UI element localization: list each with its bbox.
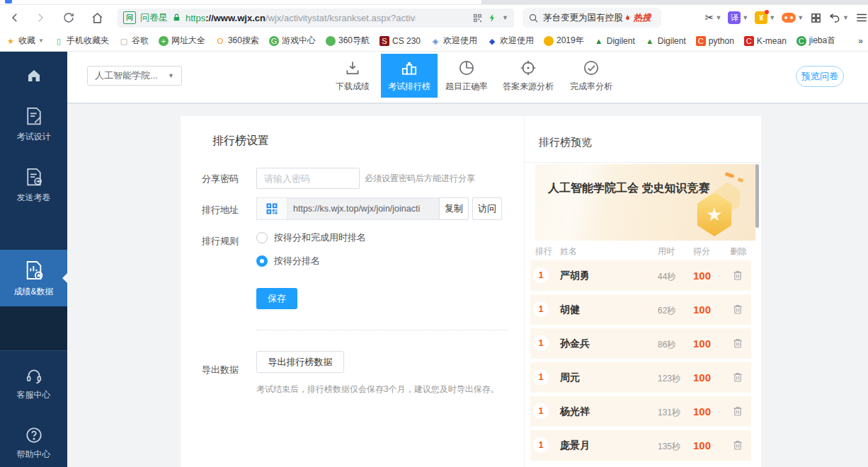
bookmark-item[interactable]: 2019年 ▼	[544, 35, 584, 47]
star-icon: ★	[706, 205, 722, 224]
translate-tool-button[interactable]: 译▼	[728, 11, 748, 24]
bookmark-item[interactable]: S CS 230 ▼	[379, 36, 421, 46]
preview-survey-button[interactable]: 预览问卷	[796, 66, 844, 87]
bookmark-item[interactable]: + 网址大全 ▼	[159, 35, 205, 47]
password-input[interactable]	[256, 168, 360, 189]
panel-scrollbar-thumb[interactable]	[755, 164, 759, 228]
browser-window: 问 问卷星 https ://www.wjx.cn /wjx/activitys…	[0, 0, 868, 467]
confetti-decoration	[737, 178, 743, 183]
delete-row-button[interactable]	[731, 269, 746, 283]
survey-select-dropdown[interactable]: 人工智能学院... ▼	[87, 66, 182, 86]
sidebar-item-home[interactable]	[0, 57, 67, 94]
tab-exam-ranking[interactable]: 考试排行榜	[381, 54, 438, 98]
delete-row-button[interactable]	[731, 337, 746, 351]
games-tool-button[interactable]: ▼	[782, 13, 804, 23]
bookmark-item[interactable]: ▢ 谷歌 ▼	[119, 35, 149, 47]
sidebar-item-send-exam[interactable]: 发送考卷	[0, 159, 67, 210]
undo-button[interactable]: ▼	[828, 11, 849, 24]
ranking-settings-pane: 排行榜设置 分享密码 必须设置密码后方能进行分享 排行地址 https://ks…	[181, 116, 524, 467]
browser-navbar: 问 问卷星 https ://www.wjx.cn /wjx/activitys…	[0, 5, 868, 30]
bookmark-item[interactable]: » ▼	[845, 36, 863, 46]
bookmark-item[interactable]: C python ▼	[696, 36, 734, 46]
browser-search-box[interactable]: 茅台变更为国有控股 热搜	[522, 8, 661, 28]
bookmark-label: Digilent	[658, 36, 686, 46]
lightning-icon[interactable]	[488, 13, 497, 23]
site-favicon: 问	[123, 11, 136, 24]
menu-button[interactable]	[855, 11, 868, 24]
tab-label: 完成率分析	[570, 81, 612, 93]
tab-question-accuracy[interactable]: 题目正确率	[438, 54, 496, 98]
sidebar-item-support[interactable]: 客服中心	[0, 361, 67, 406]
time-used: 86秒	[658, 339, 675, 351]
bookmark-item[interactable]: ▲ Digilent ▼	[645, 36, 686, 46]
bookmark-item[interactable]: ▲ Digilent ▼	[594, 36, 635, 46]
visit-button[interactable]: 访问	[472, 197, 502, 220]
time-used: 44秒	[658, 271, 675, 283]
wallet-tool-button[interactable]: ¥▼	[755, 11, 775, 24]
table-row: 1 孙金兵 86秒 100	[530, 328, 751, 359]
caret-down-icon: ▼	[742, 14, 748, 21]
bookmark-item[interactable]: ◈ 欢迎使用 ▼	[430, 35, 477, 47]
score-value: 100	[693, 270, 711, 282]
qr-code-button[interactable]	[257, 198, 287, 219]
confetti-decoration	[725, 172, 735, 178]
apps-grid-button[interactable]	[810, 12, 822, 24]
content-area: 排行榜设置 分享密码 必须设置密码后方能进行分享 排行地址 https://ks…	[67, 104, 868, 467]
bookmark-item[interactable]: C jieba首 ▼	[796, 35, 835, 47]
bookmark-item[interactable]: 360导航 ▼	[326, 35, 370, 47]
preview-title: 排行榜预览	[539, 136, 592, 149]
game-controller-icon	[782, 13, 796, 23]
back-button[interactable]	[7, 10, 23, 25]
copy-button[interactable]: 复制	[439, 197, 469, 220]
bookmark-label: python	[709, 36, 734, 46]
forward-button[interactable]	[33, 10, 48, 25]
bookmark-label: 欢迎使用	[443, 35, 477, 47]
bookmark-item[interactable]: O 360搜索 ▼	[215, 35, 259, 47]
caret-down-icon: ▼	[769, 14, 775, 21]
refresh-button[interactable]	[61, 10, 76, 25]
sidebar-item-exam-design[interactable]: 考试设计	[0, 98, 67, 149]
delete-row-button[interactable]	[731, 371, 746, 385]
preview-divider	[525, 162, 761, 163]
bookmark-favicon: ▲	[645, 36, 655, 46]
document-pencil-icon	[23, 105, 45, 127]
tab-completion-rate-analysis[interactable]: 完成率分析	[561, 54, 622, 98]
delete-row-button[interactable]	[731, 439, 746, 453]
radio-option-score-and-time[interactable]: 按得分和完成用时排名	[256, 231, 366, 244]
address-dropdown-caret-icon[interactable]: ▼	[502, 14, 508, 21]
bookmark-favicon	[544, 36, 554, 46]
tab-download-scores[interactable]: 下载成绩	[324, 54, 381, 98]
sidebar-item-label: 成绩&数据	[13, 286, 53, 298]
ranking-url-value[interactable]: https://ks.wjx.top/wjx/join/joinacti	[287, 198, 439, 219]
qr-code-icon[interactable]	[472, 13, 483, 23]
wjx-app: 考试设计 发送考卷 成绩&数据 客服中心 帮助中心	[0, 52, 868, 467]
screenshot-tool-button[interactable]: ✂▼	[705, 11, 722, 24]
settings-title: 排行榜设置	[212, 134, 269, 149]
bookmark-label: »	[858, 36, 863, 46]
site-name: 问卷星	[140, 11, 168, 24]
time-used: 131秒	[658, 407, 680, 419]
bookmark-item[interactable]: ▯ 手机收藏夹 ▼	[54, 35, 109, 47]
wallet-shield-icon: ¥	[755, 11, 767, 24]
bookmark-favicon: C	[744, 36, 754, 46]
sidebar-item-scores-data[interactable]: 成绩&数据	[0, 250, 67, 306]
trash-icon	[731, 303, 744, 316]
home-button[interactable]	[89, 10, 105, 25]
export-ranking-data-button[interactable]: 导出排行榜数据	[256, 351, 344, 373]
bookmark-item[interactable]: G 游戏中心 ▼	[269, 35, 316, 47]
score-value: 100	[693, 405, 711, 417]
bookmark-item[interactable]: ◆ 欢迎使用 ▼	[487, 35, 534, 47]
bookmark-item[interactable]: ★ 收藏 ▼	[6, 35, 44, 47]
bookmark-item[interactable]: C K-mean ▼	[744, 36, 787, 46]
radio-option-score-only[interactable]: 按得分排名	[256, 255, 320, 267]
contest-banner-title: 人工智能学院工会 党史知识竞赛	[548, 181, 709, 196]
podium-chart-icon	[400, 59, 418, 77]
score-value: 100	[693, 338, 711, 350]
tab-answer-source-analysis[interactable]: 答案来源分析	[496, 54, 561, 98]
delete-row-button[interactable]	[731, 303, 746, 317]
sidebar-item-help[interactable]: 帮助中心	[0, 420, 67, 466]
lock-icon	[172, 13, 181, 23]
address-bar[interactable]: 问 问卷星 https ://www.wjx.cn /wjx/activitys…	[118, 8, 514, 28]
save-button[interactable]: 保存	[256, 288, 297, 309]
delete-row-button[interactable]	[731, 405, 746, 419]
